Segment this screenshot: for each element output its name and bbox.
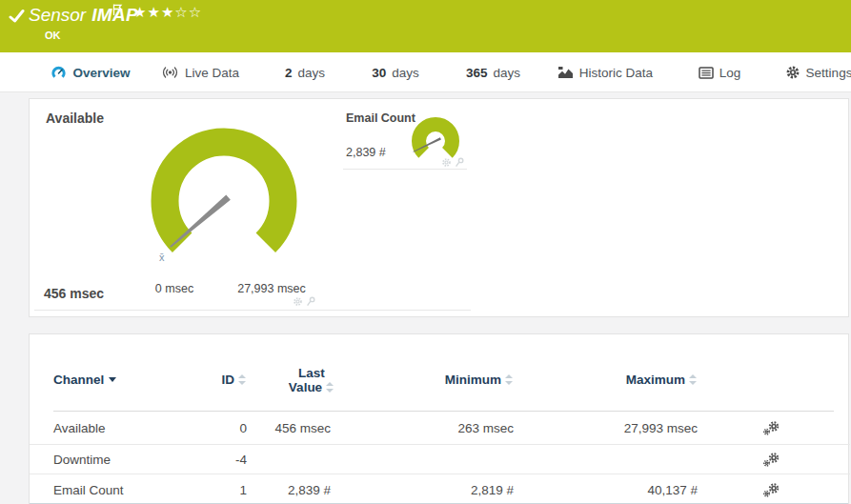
tab-historic-data[interactable]: Historic Data (543, 52, 667, 92)
tab-label: Historic Data (579, 66, 653, 80)
priority-stars[interactable]: ★★★☆☆ (133, 4, 202, 21)
available-gauge: x̄ (143, 128, 305, 275)
channel-gears-icon (761, 482, 780, 498)
tab-label: Log (719, 66, 741, 80)
column-header-id[interactable]: ID (172, 373, 247, 387)
sort-caret-down-icon (109, 377, 116, 382)
last-value-cell: 2,839 # (235, 474, 331, 504)
tab-2-days[interactable]: 2 days (272, 52, 338, 92)
maximum-cell: 40,137 # (584, 474, 698, 504)
gauge-settings-icon[interactable] (441, 157, 452, 168)
tab-live-data[interactable]: Live Data (143, 52, 257, 92)
column-header-label: Maximum (626, 373, 685, 387)
sort-icon (326, 382, 334, 393)
divider (343, 169, 467, 170)
gauge-available-tools (293, 296, 315, 307)
column-header-minimum[interactable]: Minimum (401, 373, 514, 387)
minimum-cell: 2,819 # (401, 474, 514, 504)
gauge-email-count-value: 2,839 # (346, 146, 386, 159)
tab-label: days (392, 66, 419, 80)
settings-gear-icon (785, 65, 800, 80)
maximum-cell (584, 445, 698, 474)
status-badge: OK (45, 30, 61, 41)
tab-365-days[interactable]: 365 days (453, 52, 534, 92)
table-row: Email Count 1 2,839 # 2,819 # 40,137 # (30, 474, 850, 504)
column-header-last-value[interactable]: LastValue (264, 366, 359, 394)
gauge-scale-max: 27,993 msec (224, 282, 319, 295)
table-row: Available 0 456 msec 263 msec 27,993 mse… (30, 412, 850, 445)
gauge-icon (51, 65, 67, 81)
stars-empty: ☆☆ (174, 4, 202, 20)
channel-gears-icon (761, 420, 780, 436)
column-header-label: Last (298, 366, 325, 380)
column-header-label: Channel (53, 373, 104, 387)
tab-label: Live Data (185, 66, 239, 80)
column-header-maximum[interactable]: Maximum (584, 373, 698, 387)
tab-bar: Overview Live Data 2 days 30 days 365 da… (0, 52, 851, 92)
tab-num: 2 (285, 66, 293, 80)
column-header-channel[interactable]: Channel (53, 373, 116, 387)
minimum-cell (401, 445, 514, 474)
tab-30-days[interactable]: 30 days (357, 52, 434, 92)
average-marker: x̄ (159, 252, 165, 263)
sort-icon (505, 374, 514, 385)
sensor-title-prefix: Sensor (29, 5, 86, 25)
tab-label: days (297, 66, 325, 80)
last-value-cell: 456 msec (235, 412, 331, 444)
column-header-label: Value (289, 380, 322, 394)
sort-icon (238, 374, 247, 385)
page-background: Available x̄ 456 msec 0 msec 27,993 msec… (0, 92, 851, 504)
channel-settings-button[interactable] (752, 445, 790, 474)
channel-gears-icon (761, 452, 780, 468)
tab-settings[interactable]: Settings (781, 52, 851, 92)
gauge-available-label: Available (46, 111, 104, 126)
gauge-email-count-tools (441, 157, 464, 168)
tab-label: days (494, 66, 521, 80)
flag-icon[interactable] (112, 4, 123, 16)
status-ok-check-icon (9, 9, 25, 24)
maximum-cell: 27,993 msec (584, 412, 698, 444)
column-header-label: ID (222, 373, 235, 387)
table-row: Downtime -4 (30, 445, 850, 474)
tab-num: 30 (372, 66, 386, 80)
gauges-panel: Available x̄ 456 msec 0 msec 27,993 msec… (29, 98, 849, 317)
gauge-settings-icon[interactable] (293, 296, 303, 307)
historic-data-icon (557, 66, 574, 79)
column-header-label: Minimum (445, 373, 501, 387)
tab-log[interactable]: Log (686, 52, 753, 92)
log-icon (699, 67, 714, 79)
gauge-email-count-label: Email Count (346, 111, 415, 125)
channel-settings-button[interactable] (752, 412, 790, 444)
tab-label: Overview (72, 66, 130, 80)
pin-icon[interactable] (306, 296, 315, 307)
tab-label: Settings (806, 66, 851, 80)
sensor-header: SensorIMAP ★★★☆☆ OK (0, 0, 851, 52)
channels-table-panel: Channel ID LastValue Minimum Maximum Ava… (29, 333, 849, 504)
gauge-available-value: 456 msec (44, 286, 104, 301)
last-value-cell (235, 445, 331, 474)
pin-icon[interactable] (455, 157, 464, 168)
sort-icon (689, 374, 698, 385)
tab-overview[interactable]: Overview (29, 52, 152, 92)
minimum-cell: 263 msec (401, 412, 514, 444)
live-data-icon (161, 66, 179, 79)
divider (34, 310, 471, 311)
tab-num: 365 (466, 66, 488, 80)
gauge-scale-min: 0 msec (146, 282, 203, 295)
channel-settings-button[interactable] (752, 474, 790, 504)
stars-filled: ★★★ (133, 4, 174, 20)
